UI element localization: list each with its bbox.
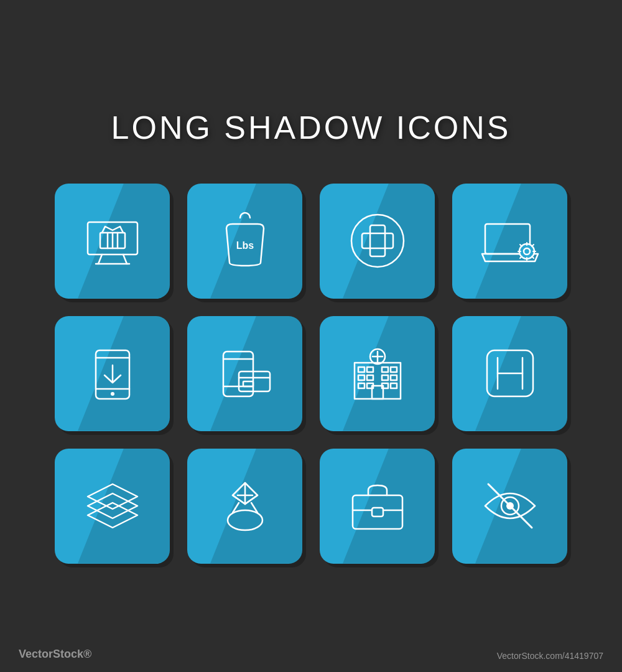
icon-grid: Lbs — [55, 184, 567, 564]
svg-rect-11 — [362, 233, 393, 248]
icon-tile-briefcase[interactable] — [320, 449, 435, 564]
svg-marker-47 — [88, 484, 137, 509]
icon-tile-mobile-download[interactable] — [55, 316, 170, 431]
icon-tile-diamond-ring[interactable] — [187, 449, 302, 564]
svg-rect-33 — [382, 367, 388, 372]
svg-point-9 — [351, 215, 404, 267]
icon-tile-layers[interactable] — [55, 449, 170, 564]
icon-tile-medical-cross[interactable] — [320, 184, 435, 299]
svg-rect-34 — [391, 367, 397, 372]
svg-rect-31 — [358, 383, 364, 388]
icon-tile-laptop-settings[interactable] — [452, 184, 567, 299]
watermark-right: VectorStock.com/41419707 — [497, 651, 603, 661]
svg-rect-35 — [382, 375, 388, 380]
svg-rect-58 — [353, 495, 402, 529]
svg-line-64 — [488, 484, 532, 528]
icon-tile-hotel-h[interactable] — [452, 316, 567, 431]
svg-line-1 — [98, 254, 102, 264]
svg-rect-29 — [358, 375, 364, 380]
svg-rect-25 — [243, 381, 253, 386]
icon-tile-mobile-payment[interactable] — [187, 316, 302, 431]
svg-marker-49 — [88, 503, 137, 528]
page-title: LONG SHADOW ICONS — [111, 109, 511, 146]
svg-rect-30 — [367, 375, 373, 380]
watermark-left: VectorStock® — [19, 648, 91, 661]
svg-rect-27 — [358, 367, 364, 372]
svg-line-2 — [123, 254, 127, 264]
icon-tile-online-shopping[interactable] — [55, 184, 170, 299]
svg-point-18 — [111, 392, 114, 396]
svg-rect-36 — [391, 375, 397, 380]
icon-tile-hospital[interactable] — [320, 316, 435, 431]
svg-marker-48 — [88, 493, 137, 518]
svg-rect-59 — [372, 508, 383, 516]
icon-tile-weight-lbs[interactable]: Lbs — [187, 184, 302, 299]
svg-rect-10 — [370, 225, 385, 256]
svg-rect-28 — [367, 367, 373, 372]
svg-rect-38 — [391, 383, 397, 388]
icon-tile-hidden-eye[interactable] — [452, 449, 567, 564]
svg-text:Lbs: Lbs — [236, 240, 254, 251]
